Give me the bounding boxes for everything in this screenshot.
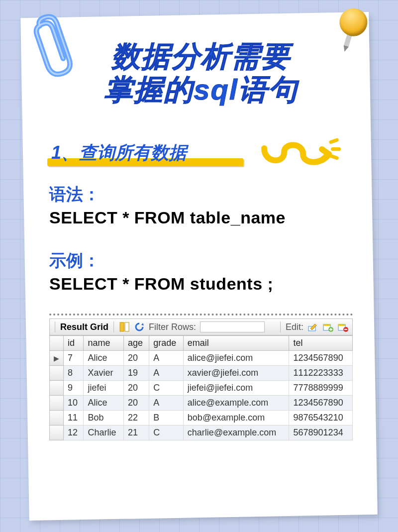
cell-name[interactable]: Alice	[84, 396, 124, 411]
grid-view-icon[interactable]	[119, 321, 130, 332]
rays-icon	[326, 139, 346, 161]
cell-id[interactable]: 9	[64, 381, 84, 396]
svg-rect-1	[125, 322, 129, 331]
row-selector[interactable]	[50, 426, 64, 440]
table-row[interactable]: ▶7Alice20Aalice@jiefei.com1234567890	[50, 351, 353, 366]
col-tel[interactable]: tel	[289, 336, 353, 351]
cell-grade[interactable]: A	[149, 396, 184, 411]
table-row[interactable]: 9jiefei20Cjiefei@jiefei.com7778889999	[50, 381, 353, 396]
cell-email[interactable]: bob@example.com	[183, 411, 289, 426]
svg-rect-0	[120, 322, 124, 331]
cell-name[interactable]: Bob	[84, 411, 124, 426]
svg-rect-4	[323, 324, 330, 326]
table-row[interactable]: 8Xavier19Axavier@jiefei.com1112223333	[50, 366, 353, 381]
row-selector-header	[50, 336, 64, 351]
col-age[interactable]: age	[123, 336, 149, 351]
title-line-1: 数据分析需要	[49, 40, 353, 73]
cell-email[interactable]: charlie@example.com	[183, 426, 289, 440]
row-selector[interactable]	[50, 396, 64, 411]
cell-name[interactable]: jiefei	[84, 381, 124, 396]
syntax-code: SELECT * FROM table_name	[49, 208, 353, 227]
paper-card: 数据分析需要 掌握的sql语句 1、查询所有数据 语法： SELECT * FR…	[20, 12, 378, 521]
example-label: 示例：	[49, 249, 353, 272]
delete-row-icon[interactable]	[337, 321, 348, 332]
cell-tel[interactable]: 5678901234	[289, 426, 353, 440]
cell-grade[interactable]: A	[149, 366, 184, 381]
refresh-icon[interactable]	[134, 321, 145, 332]
cell-grade[interactable]: C	[149, 381, 184, 396]
cell-id[interactable]: 12	[64, 426, 84, 440]
edit-row-icon[interactable]	[307, 321, 318, 332]
result-table: id name age grade email tel ▶7Alice20Aal…	[49, 335, 353, 440]
result-grid-label: Result Grid	[60, 322, 108, 332]
cell-tel[interactable]: 1112223333	[289, 366, 353, 381]
cell-age[interactable]: 21	[123, 426, 149, 440]
col-grade[interactable]: grade	[149, 336, 184, 351]
edit-label: Edit:	[286, 322, 303, 332]
cell-tel[interactable]: 1234567890	[289, 351, 353, 366]
arrow-squiggle-icon	[260, 139, 335, 169]
cell-email[interactable]: xavier@jiefei.com	[183, 366, 289, 381]
table-row[interactable]: 12Charlie21Ccharlie@example.com567890123…	[50, 426, 353, 440]
cell-grade[interactable]: C	[149, 426, 184, 440]
add-row-icon[interactable]	[322, 321, 333, 332]
col-id[interactable]: id	[64, 336, 84, 351]
cell-id[interactable]: 7	[64, 351, 84, 366]
cell-email[interactable]: jiefei@jiefei.com	[183, 381, 289, 396]
cell-age[interactable]: 20	[123, 351, 149, 366]
cell-age[interactable]: 20	[123, 396, 149, 411]
cell-age[interactable]: 19	[123, 366, 149, 381]
result-toolbar: Result Grid Filter Rows: Edit:	[49, 319, 353, 335]
title-line-2: 掌握的sql语句	[49, 73, 353, 106]
cell-name[interactable]: Alice	[84, 351, 124, 366]
cell-email[interactable]: alice@example.com	[183, 396, 289, 411]
row-selector[interactable]: ▶	[50, 351, 64, 366]
cell-age[interactable]: 22	[123, 411, 149, 426]
table-row[interactable]: 11Bob22Bbob@example.com9876543210	[50, 411, 353, 426]
cell-name[interactable]: Charlie	[84, 426, 124, 440]
cell-age[interactable]: 20	[123, 381, 149, 396]
row-selector[interactable]	[50, 366, 64, 381]
table-row[interactable]: 10Alice20Aalice@example.com1234567890	[50, 396, 353, 411]
filter-rows-input[interactable]	[200, 321, 265, 332]
cell-tel[interactable]: 7778889999	[289, 381, 353, 396]
table-header-row: id name age grade email tel	[50, 336, 353, 351]
cell-grade[interactable]: A	[149, 351, 184, 366]
row-selector[interactable]	[50, 381, 64, 396]
cell-id[interactable]: 8	[64, 366, 84, 381]
syntax-label: 语法：	[49, 183, 353, 206]
svg-rect-7	[338, 324, 345, 326]
cell-id[interactable]: 10	[64, 396, 84, 411]
cell-tel[interactable]: 1234567890	[289, 396, 353, 411]
row-selector[interactable]	[50, 411, 64, 426]
col-name[interactable]: name	[84, 336, 124, 351]
example-code: SELECT * FROM students ;	[49, 274, 353, 294]
filter-rows-label: Filter Rows:	[149, 322, 196, 332]
col-email[interactable]: email	[183, 336, 289, 351]
section-heading: 1、查询所有数据	[49, 141, 189, 165]
cell-grade[interactable]: B	[149, 411, 184, 426]
cell-name[interactable]: Xavier	[84, 366, 124, 381]
cell-email[interactable]: alice@jiefei.com	[183, 351, 289, 366]
result-grid: Result Grid Filter Rows: Edit:	[49, 314, 353, 440]
cell-id[interactable]: 11	[64, 411, 84, 426]
cell-tel[interactable]: 9876543210	[289, 411, 353, 426]
